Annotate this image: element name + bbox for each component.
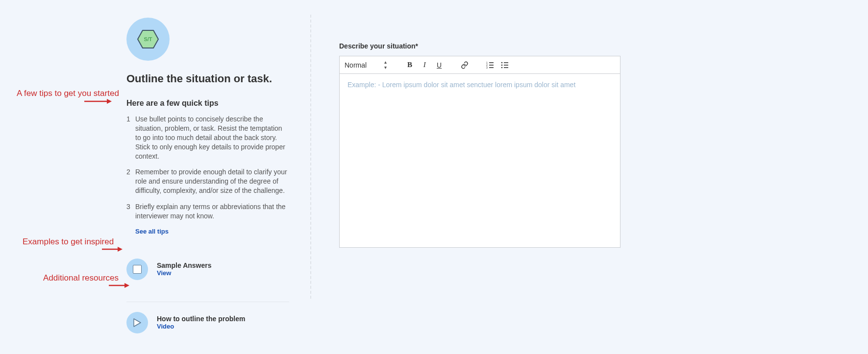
resource-action-link[interactable]: View — [157, 269, 212, 277]
resource-sample-answers[interactable]: Sample Answers View — [126, 249, 289, 290]
ordered-list-button[interactable]: 1 2 3 — [484, 59, 496, 71]
resource-title: Sample Answers — [157, 261, 212, 269]
svg-text:3: 3 — [486, 66, 488, 69]
svg-marker-1 — [107, 99, 112, 104]
annotation-tips: A few tips to get you started — [17, 89, 119, 98]
hexagon-icon: S/T — [137, 29, 159, 49]
play-icon — [126, 312, 148, 333]
arrow-icon — [102, 246, 123, 253]
unordered-list-button[interactable] — [498, 59, 511, 71]
arrow-icon — [84, 98, 112, 105]
bold-button[interactable]: B — [403, 59, 416, 71]
page-title: Outline the situation or task. — [126, 72, 289, 85]
step-badge: S/T — [126, 18, 170, 61]
svg-point-20 — [501, 64, 503, 66]
annotation-examples: Examples to get inspired — [23, 237, 114, 247]
chevron-updown-icon: ▴▾ — [384, 60, 387, 70]
resource-how-to-video[interactable]: How to outline the problem Video — [126, 302, 289, 343]
tip-item: Remember to provide enough detail to cla… — [126, 167, 289, 195]
rich-text-editor: Normal ▴▾ B I U — [339, 56, 620, 248]
document-icon — [126, 259, 148, 280]
editor-label: Describe your situation* — [339, 42, 620, 50]
link-button[interactable] — [458, 59, 471, 71]
right-panel: Describe your situation* Normal ▴▾ B I U — [339, 42, 620, 248]
tip-item: Briefly explain any terms or abbreviatio… — [126, 202, 289, 221]
underline-button[interactable]: U — [433, 59, 446, 71]
editor-toolbar: Normal ▴▾ B I U — [340, 56, 620, 74]
format-select-value: Normal — [345, 61, 367, 69]
step-badge-label: S/T — [144, 36, 152, 42]
see-all-tips-link[interactable]: See all tips — [126, 228, 289, 235]
format-select[interactable]: Normal ▴▾ — [345, 60, 391, 70]
left-panel: S/T Outline the situation or task. Here … — [126, 18, 289, 343]
resource-action-link[interactable]: Video — [157, 323, 245, 330]
svg-point-21 — [501, 67, 503, 68]
annotation-resources: Additional resources — [43, 273, 119, 283]
tips-heading: Here are a few quick tips — [126, 99, 289, 108]
italic-button[interactable]: I — [418, 59, 431, 71]
editor-textarea[interactable] — [340, 74, 620, 247]
resource-title: How to outline the problem — [157, 315, 245, 323]
tips-list: Use bullet points to concisely describe … — [126, 115, 289, 221]
svg-marker-3 — [118, 247, 123, 252]
tip-item: Use bullet points to concisely describe … — [126, 115, 289, 161]
svg-point-19 — [501, 62, 503, 63]
vertical-divider — [310, 15, 311, 299]
svg-marker-9 — [134, 319, 141, 327]
